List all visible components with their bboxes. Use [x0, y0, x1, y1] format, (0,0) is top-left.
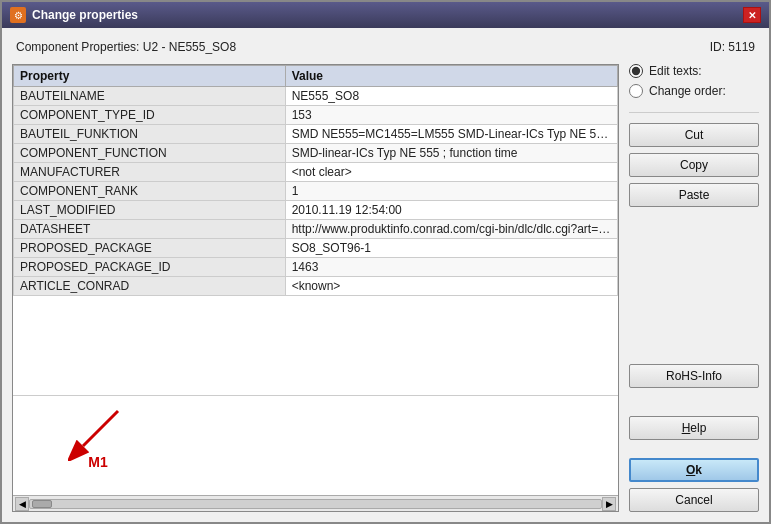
scroll-thumb[interactable]	[32, 500, 52, 508]
radio-group: Edit texts: Change order:	[629, 64, 759, 98]
property-cell: BAUTEIL_FUNKTION	[14, 125, 286, 144]
spacer2	[629, 394, 759, 410]
value-cell[interactable]: http://www.produktinfo.conrad.com/cgi-bi…	[285, 220, 617, 239]
radio-edit-texts[interactable]	[629, 64, 643, 78]
scroll-right-button[interactable]: ▶	[602, 497, 616, 511]
change-properties-window: ⚙ Change properties ✕ Component Properti…	[0, 0, 771, 524]
title-bar: ⚙ Change properties ✕	[2, 2, 769, 28]
scroll-track[interactable]	[29, 499, 602, 509]
property-cell: COMPONENT_TYPE_ID	[14, 106, 286, 125]
value-cell[interactable]: SMD-linear-ICs Typ NE 555 ; function tim…	[285, 144, 617, 163]
scroll-left-button[interactable]: ◀	[15, 497, 29, 511]
table-row[interactable]: BAUTEILNAMENE555_SO8	[14, 87, 618, 106]
table-row[interactable]: PROPOSED_PACKAGESO8_SOT96-1	[14, 239, 618, 258]
help-label: Help	[682, 421, 707, 435]
ok-button[interactable]: Ok	[629, 458, 759, 482]
value-cell[interactable]: <known>	[285, 277, 617, 296]
ok-label: Ok	[686, 463, 702, 477]
table-row[interactable]: BAUTEIL_FUNKTIONSMD NE555=MC1455=LM555 S…	[14, 125, 618, 144]
property-cell: LAST_MODIFIED	[14, 201, 286, 220]
window-title: Change properties	[32, 8, 138, 22]
copy-button[interactable]: Copy	[629, 153, 759, 177]
property-cell: COMPONENT_FUNCTION	[14, 144, 286, 163]
table-row[interactable]: ARTICLE_CONRAD<known>	[14, 277, 618, 296]
table-row[interactable]: COMPONENT_FUNCTIONSMD-linear-ICs Typ NE …	[14, 144, 618, 163]
cut-button[interactable]: Cut	[629, 123, 759, 147]
value-cell[interactable]: SMD NE555=MC1455=LM555 SMD-Linear-ICs Ty…	[285, 125, 617, 144]
value-cell[interactable]: 153	[285, 106, 617, 125]
table-scroll[interactable]: Property Value BAUTEILNAMENE555_SO8COMPO…	[13, 65, 618, 395]
property-cell: MANUFACTURER	[14, 163, 286, 182]
table-row[interactable]: COMPONENT_TYPE_ID153	[14, 106, 618, 125]
divider-1	[629, 112, 759, 113]
value-cell[interactable]: NE555_SO8	[285, 87, 617, 106]
cancel-button[interactable]: Cancel	[629, 488, 759, 512]
property-cell: PROPOSED_PACKAGE_ID	[14, 258, 286, 277]
table-row[interactable]: COMPONENT_RANK1	[14, 182, 618, 201]
arrow-annotation: M1	[68, 406, 128, 470]
component-info: Component Properties: U2 - NE555_SO8	[16, 40, 236, 54]
rohs-button[interactable]: RoHS-Info	[629, 364, 759, 388]
radio-change-order-item: Change order:	[629, 84, 759, 98]
property-cell: BAUTEILNAME	[14, 87, 286, 106]
radio-change-order[interactable]	[629, 84, 643, 98]
header-info: Component Properties: U2 - NE555_SO8 ID:…	[12, 38, 759, 56]
table-row[interactable]: DATASHEEThttp://www.produktinfo.conrad.c…	[14, 220, 618, 239]
value-cell[interactable]: 2010.11.19 12:54:00	[285, 201, 617, 220]
table-row[interactable]: MANUFACTURER<not clear>	[14, 163, 618, 182]
value-cell[interactable]: 1	[285, 182, 617, 201]
table-row[interactable]: LAST_MODIFIED2010.11.19 12:54:00	[14, 201, 618, 220]
value-cell[interactable]: <not clear>	[285, 163, 617, 182]
spacer3	[629, 446, 759, 452]
property-cell: ARTICLE_CONRAD	[14, 277, 286, 296]
svg-line-1	[83, 411, 118, 446]
col-value: Value	[285, 66, 617, 87]
id-label: ID: 5119	[710, 40, 755, 54]
spacer	[629, 213, 759, 358]
help-button[interactable]: Help	[629, 416, 759, 440]
properties-table: Property Value BAUTEILNAMENE555_SO8COMPO…	[13, 65, 618, 296]
close-button[interactable]: ✕	[743, 7, 761, 23]
radio-edit-texts-label: Edit texts:	[649, 64, 702, 78]
window-icon: ⚙	[10, 7, 26, 23]
property-cell: DATASHEET	[14, 220, 286, 239]
title-bar-left: ⚙ Change properties	[10, 7, 138, 23]
table-area: Property Value BAUTEILNAMENE555_SO8COMPO…	[12, 64, 619, 512]
radio-change-order-label: Change order:	[649, 84, 726, 98]
horizontal-scrollbar[interactable]: ◀ ▶	[13, 495, 618, 511]
window-content: Component Properties: U2 - NE555_SO8 ID:…	[2, 28, 769, 522]
col-property: Property	[14, 66, 286, 87]
table-row[interactable]: PROPOSED_PACKAGE_ID1463	[14, 258, 618, 277]
property-cell: PROPOSED_PACKAGE	[14, 239, 286, 258]
value-cell[interactable]: 1463	[285, 258, 617, 277]
right-panel: Edit texts: Change order: Cut Copy Paste…	[629, 64, 759, 512]
radio-edit-texts-item: Edit texts:	[629, 64, 759, 78]
main-area: Property Value BAUTEILNAMENE555_SO8COMPO…	[12, 64, 759, 512]
property-cell: COMPONENT_RANK	[14, 182, 286, 201]
table-footer: M1	[13, 395, 618, 495]
value-cell[interactable]: SO8_SOT96-1	[285, 239, 617, 258]
arrow-svg	[68, 406, 128, 461]
paste-button[interactable]: Paste	[629, 183, 759, 207]
